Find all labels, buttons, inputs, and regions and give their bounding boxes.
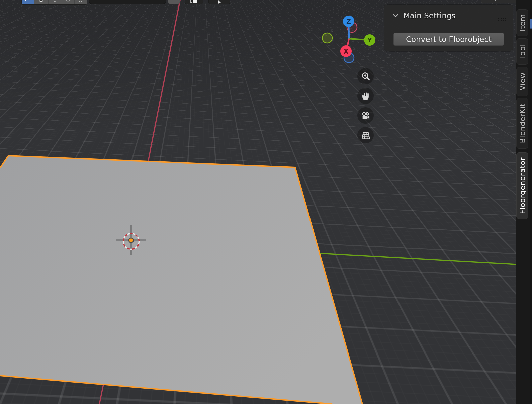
toolbar-overlay-button[interactable]	[185, 0, 203, 4]
object-origin-dot	[129, 238, 134, 243]
x-axis-line	[148, 0, 180, 161]
tab-label: Floorgenerator	[518, 157, 527, 214]
sidebar-scrollbar-track[interactable]	[530, 0, 532, 404]
gizmo-y-label: Y	[367, 36, 372, 44]
box-select-icon	[25, 0, 31, 3]
floorgenerator-panel: Main Settings Convert to Floorobject	[384, 5, 513, 51]
sidebar-scrollbar-thumb[interactable]	[530, 19, 532, 29]
toolbar-search-input[interactable]	[89, 0, 166, 4]
select-lasso-tool-button[interactable]	[49, 0, 61, 4]
select-region-tool-button[interactable]	[75, 0, 87, 4]
box-select-tool-button[interactable]	[22, 0, 34, 4]
panel-header[interactable]: Main Settings	[384, 11, 513, 21]
navigation-gizmo[interactable]: X Z Y	[322, 16, 375, 63]
chevron-down-icon	[393, 14, 398, 18]
sidebar-tab-view[interactable]: View	[516, 67, 528, 96]
select-circle-tool-button[interactable]	[34, 0, 49, 4]
x-axis-line-lower	[99, 385, 103, 404]
gizmo-neg-y-ball[interactable]	[322, 33, 332, 43]
sidebar-tab-floorgenerator[interactable]: Floorgenerator	[516, 152, 528, 219]
pan-button[interactable]	[357, 88, 374, 104]
sidebar-tab-item[interactable]: Item	[516, 9, 528, 36]
floor-plane-object[interactable]	[0, 156, 362, 404]
scene-overlay: X Z Y	[0, 0, 532, 404]
select-circle-icon	[38, 0, 44, 3]
convert-to-floorobject-button[interactable]: Convert to Floorobject	[393, 33, 504, 46]
select-lasso-icon	[52, 0, 58, 3]
toolbar-small-button[interactable]	[168, 0, 180, 4]
panel-grip-handle[interactable]	[498, 17, 506, 21]
tab-label: Item	[518, 14, 527, 31]
triangle-flag-icon	[217, 0, 222, 4]
zoom-button[interactable]	[357, 68, 374, 84]
pan-hand-icon	[361, 91, 370, 101]
square-bracket-icon	[190, 0, 198, 4]
blender-3d-viewport: X Z Y	[0, 0, 532, 404]
toolbar-gizmo-button[interactable]	[208, 0, 230, 4]
gizmo-z-label: Z	[346, 18, 351, 25]
tab-label: BlenderKit	[518, 103, 527, 143]
camera-view-button[interactable]	[357, 107, 374, 124]
select-tool-group	[21, 0, 87, 5]
panel-title: Main Settings	[403, 11, 456, 20]
tab-label: View	[518, 72, 527, 90]
zoom-icon	[361, 72, 370, 81]
sidebar-tab-blenderkit[interactable]: BlenderKit	[516, 98, 528, 149]
eye-icon	[65, 0, 71, 3]
sidebar-tab-tool[interactable]: Tool	[516, 38, 528, 65]
tab-label: Tool	[518, 44, 527, 59]
select-visible-tool-button[interactable]	[61, 0, 75, 4]
gizmo-x-label: X	[344, 47, 349, 55]
perspective-grid-icon	[361, 131, 370, 140]
y-axis-line	[320, 253, 522, 265]
perspective-toggle-button[interactable]	[357, 127, 374, 143]
dashed-box-icon	[78, 0, 84, 3]
camera-icon	[361, 111, 370, 120]
